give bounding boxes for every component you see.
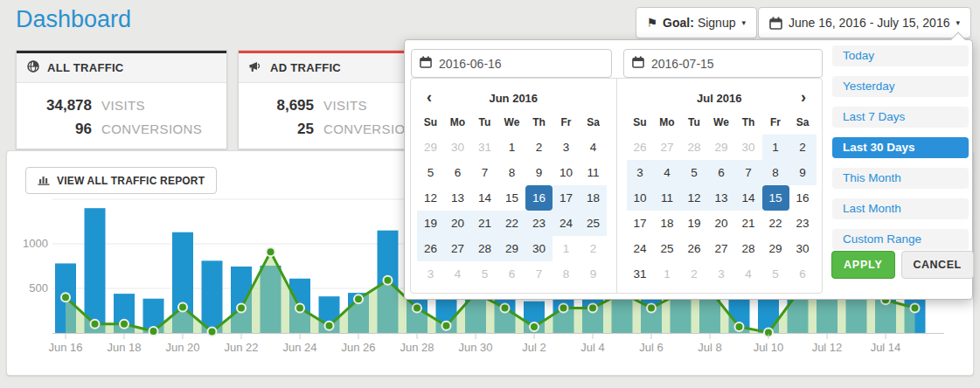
goal-dropdown-button[interactable]: ⚑ Goal: Signup ▾ <box>636 7 757 38</box>
day-cell[interactable]: 6 <box>498 261 525 287</box>
day-cell[interactable]: 22 <box>762 211 789 236</box>
day-cell[interactable]: 4 <box>580 135 607 160</box>
day-cell[interactable]: 3 <box>627 160 654 185</box>
range-option-today[interactable]: Today <box>832 45 969 66</box>
day-cell[interactable]: 14 <box>735 185 762 211</box>
day-cell[interactable]: 29 <box>762 236 789 261</box>
day-cell[interactable]: 10 <box>627 185 654 211</box>
day-cell[interactable]: 1 <box>654 261 681 287</box>
day-cell[interactable]: 28 <box>735 236 762 261</box>
day-cell[interactable]: 6 <box>708 160 735 185</box>
day-cell[interactable]: 21 <box>735 211 762 236</box>
range-option-last-7-days[interactable]: Last 7 Days <box>832 107 969 128</box>
range-option-yesterday[interactable]: Yesterday <box>832 76 969 97</box>
day-cell[interactable]: 14 <box>471 185 498 211</box>
day-cell[interactable]: 23 <box>789 211 817 236</box>
day-cell[interactable]: 5 <box>762 261 789 287</box>
day-cell[interactable]: 27 <box>654 135 681 160</box>
day-cell[interactable]: 2 <box>789 135 817 160</box>
day-cell[interactable]: 27 <box>444 236 471 261</box>
day-cell[interactable]: 24 <box>553 211 580 236</box>
day-cell[interactable]: 30 <box>525 236 553 261</box>
day-cell[interactable]: 5 <box>417 160 444 185</box>
range-option-custom-range[interactable]: Custom Range <box>832 229 969 250</box>
day-cell[interactable]: 10 <box>553 160 580 185</box>
day-cell[interactable]: 2 <box>681 261 708 287</box>
day-cell[interactable]: 19 <box>417 211 444 236</box>
day-cell-selected[interactable]: 15 <box>762 185 789 211</box>
day-cell[interactable]: 4 <box>444 261 471 287</box>
day-cell[interactable]: 12 <box>681 185 708 211</box>
day-cell[interactable]: 6 <box>444 160 471 185</box>
day-cell[interactable]: 5 <box>681 160 708 185</box>
day-cell[interactable]: 4 <box>654 160 681 185</box>
day-cell[interactable]: 3 <box>708 261 735 287</box>
day-cell[interactable]: 29 <box>498 236 525 261</box>
day-cell[interactable]: 31 <box>471 135 498 160</box>
day-cell[interactable]: 25 <box>654 236 681 261</box>
day-cell[interactable]: 18 <box>580 185 607 211</box>
day-cell[interactable]: 8 <box>553 261 580 287</box>
day-cell[interactable]: 13 <box>708 185 735 211</box>
day-cell[interactable]: 26 <box>681 236 708 261</box>
day-cell[interactable]: 21 <box>471 211 498 236</box>
day-cell[interactable]: 11 <box>654 185 681 211</box>
day-cell[interactable]: 15 <box>498 185 525 211</box>
day-cell[interactable]: 26 <box>627 135 654 160</box>
day-cell[interactable]: 2 <box>525 135 553 160</box>
day-cell[interactable]: 30 <box>444 135 471 160</box>
day-cell[interactable]: 8 <box>762 160 789 185</box>
start-date-input[interactable] <box>439 57 603 71</box>
day-cell[interactable]: 20 <box>444 211 471 236</box>
day-cell[interactable]: 11 <box>580 160 607 185</box>
day-cell[interactable]: 7 <box>735 160 762 185</box>
day-cell-selected[interactable]: 16 <box>525 185 553 211</box>
range-option-last-month[interactable]: Last Month <box>832 198 969 219</box>
day-cell[interactable]: 17 <box>627 211 654 236</box>
day-cell[interactable]: 2 <box>580 236 607 261</box>
day-cell[interactable]: 1 <box>553 236 580 261</box>
view-all-traffic-report-button[interactable]: VIEW ALL TRAFFIC REPORT <box>25 167 217 194</box>
day-cell[interactable]: 24 <box>627 236 654 261</box>
day-cell[interactable]: 6 <box>789 261 817 287</box>
day-cell[interactable]: 4 <box>735 261 762 287</box>
day-cell[interactable]: 1 <box>498 135 525 160</box>
day-cell[interactable]: 29 <box>417 135 444 160</box>
range-option-this-month[interactable]: This Month <box>832 168 969 189</box>
day-cell[interactable]: 1 <box>762 135 789 160</box>
apply-button[interactable]: APPLY <box>831 251 895 279</box>
day-cell[interactable]: 9 <box>525 160 553 185</box>
next-month-arrow[interactable]: › <box>792 86 815 110</box>
day-cell[interactable]: 28 <box>681 135 708 160</box>
day-cell[interactable]: 25 <box>580 211 607 236</box>
day-cell[interactable]: 18 <box>654 211 681 236</box>
day-cell[interactable]: 3 <box>417 261 444 287</box>
day-cell[interactable]: 7 <box>525 261 553 287</box>
cancel-button[interactable]: CANCEL <box>901 251 974 279</box>
day-cell[interactable]: 12 <box>417 185 444 211</box>
day-cell[interactable]: 3 <box>553 135 580 160</box>
day-cell[interactable]: 8 <box>498 160 525 185</box>
date-range-button[interactable]: June 16, 2016 - July 15, 2016 ▾ <box>758 7 971 38</box>
range-option-last-30-days[interactable]: Last 30 Days <box>832 137 969 158</box>
day-cell[interactable]: 19 <box>681 211 708 236</box>
day-cell[interactable]: 5 <box>471 261 498 287</box>
day-cell[interactable]: 28 <box>471 236 498 261</box>
day-cell[interactable]: 13 <box>444 185 471 211</box>
previous-month-arrow[interactable]: ‹ <box>418 86 441 110</box>
day-cell[interactable]: 26 <box>417 236 444 261</box>
day-cell[interactable]: 9 <box>789 160 817 185</box>
day-cell[interactable]: 31 <box>627 261 654 287</box>
day-cell[interactable]: 16 <box>789 185 817 211</box>
end-date-input[interactable] <box>651 57 814 71</box>
day-cell[interactable]: 23 <box>525 211 553 236</box>
day-cell[interactable]: 9 <box>580 261 607 287</box>
day-cell[interactable]: 22 <box>498 211 525 236</box>
day-cell[interactable]: 20 <box>708 211 735 236</box>
day-cell[interactable]: 29 <box>708 135 735 160</box>
day-cell[interactable]: 30 <box>789 236 817 261</box>
day-cell[interactable]: 7 <box>471 160 498 185</box>
day-cell[interactable]: 30 <box>735 135 762 160</box>
day-cell[interactable]: 27 <box>708 236 735 261</box>
day-cell[interactable]: 17 <box>553 185 580 211</box>
